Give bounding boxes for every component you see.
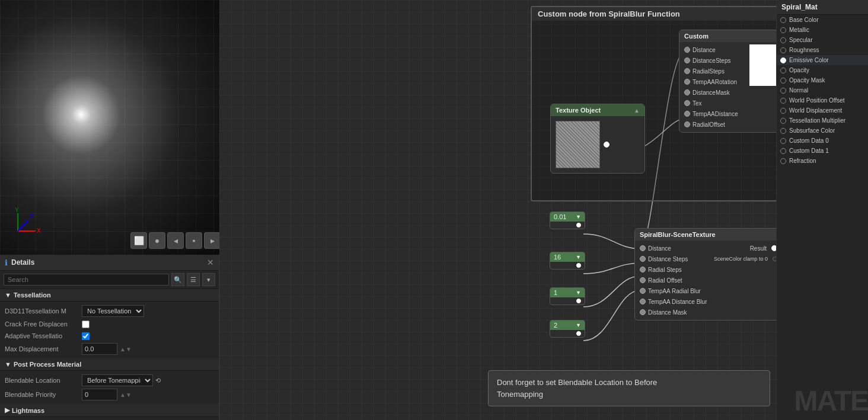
pin-distancemask-circle [684,89,690,95]
crack-free-checkbox[interactable] [82,320,90,328]
pin-tempaa-distance-circle [684,111,690,117]
spiral-in-tempaaradial [640,288,646,294]
pin-radialsteps-label: RadialSteps [693,68,725,75]
mat-pin-opacity-label: Opacity [789,67,809,73]
mat-pin-normal-circle [780,88,786,94]
spiral-radialoffset-label: Radial Offset [648,277,682,284]
material-pins-list: Base Color Metallic Specular Roughness E… [777,15,868,166]
details-panel: ℹ Details ✕ 🔍 ☰ ▾ ▼ Tessellation D3D11Te… [0,255,219,420]
svg-text:X: X [37,227,41,234]
mat-pin-subsurface-color-label: Subsurface Color [789,127,835,134]
pin-tempaarotation-label: TempAARotation [693,79,737,85]
mat-pin-refraction-circle [780,158,786,164]
mat-pin-subsurface-color: Subsurface Color [777,126,868,136]
search-button[interactable]: 🔍 [171,273,184,286]
filter-button[interactable]: ▾ [202,273,215,286]
post-process-section-header[interactable]: ▼ Post Process Material [0,358,219,371]
spiral-node[interactable]: SpiralBlur-SceneTexture Distance Result … [634,228,776,320]
mat-pin-world-displacement: World Displacement [777,105,868,116]
texture-node-body [551,116,644,173]
adaptive-checkbox[interactable] [82,332,90,340]
tool-btn-5[interactable]: ▸ [204,232,221,249]
spiral-pin-radialsteps: Radial Steps [635,264,776,275]
mat-pin-base-color-label: Base Color [789,17,818,23]
value-node-1[interactable]: 1 ▼ [550,287,585,305]
tessellation-collapse-arrow: ▼ [5,291,11,299]
pin-radialsteps-circle [684,68,690,74]
details-title: Details [11,258,34,267]
tool-btn-3[interactable]: ◂ [167,232,184,249]
lightmass-title: Lightmass [12,407,44,414]
value-node-2[interactable]: 2 ▼ [550,320,585,338]
custom-node[interactable]: Custom ▲ Distance DistanceSteps RadialSt… [679,30,776,133]
lightmass-section-header[interactable]: ▶ Lightmass [0,404,219,417]
max-displacement-input[interactable] [82,343,117,355]
canvas-area[interactable]: Custom node from SpiralBlur Function Cus… [219,0,776,420]
svg-line-2 [18,220,28,231]
value-16-arrow[interactable]: ▼ [576,254,581,260]
spiral-out-scenecolor [773,257,776,261]
tool-btn-2[interactable]: ● [149,232,165,249]
mat-pin-metallic: Metallic [777,25,868,35]
mat-pin-world-displacement-label: World Displacement [789,107,842,114]
spiral-pin-distance: Distance Result [635,243,776,254]
axes-indicator: X Y Z [12,207,42,237]
texture-node[interactable]: Texture Object ▲ [550,104,645,174]
d3d-tessellation-row: D3D11Tessellation M No Tessellation [0,304,219,318]
mat-pin-refraction: Refraction [777,156,868,166]
mat-pin-world-pos-offset-circle [780,98,786,104]
texture-node-arrow[interactable]: ▲ [634,107,640,114]
crack-free-label: Crack Free Displacen [5,320,82,328]
value-1-arrow[interactable]: ▼ [576,290,581,296]
tessellation-section-header[interactable]: ▼ Tessellation [0,289,219,302]
d3d-tessellation-dropdown[interactable]: No Tessellation [82,305,144,317]
value-node-0.01[interactable]: 0.01 ▼ [550,211,585,229]
mat-pin-custom-data-1: Custom Data 1 [777,146,868,156]
value-node-16-header: 16 ▼ [550,252,585,262]
spiral-pin-distancesteps: Distance Steps SceneColor clamp to 0 [635,254,776,264]
post-process-collapse-arrow: ▼ [5,361,11,368]
custom-node-title: Custom [684,33,709,40]
spiral-scenecolor-label: SceneColor clamp to 0 [714,256,768,262]
spiral-distancesteps-label: Distance Steps [648,256,688,262]
mat-pin-base-color: Base Color [777,15,868,25]
tool-btn-4[interactable]: ▪ [186,232,202,249]
blendable-priority-arrow: ▲▼ [120,392,132,398]
value-2-arrow[interactable]: ▼ [576,322,581,328]
view-list-button[interactable]: ☰ [187,273,200,286]
spiral-radialsteps-label: Radial Steps [648,267,682,273]
value-16-label: 16 [554,254,561,261]
mat-pin-emissive-color-circle [780,57,786,63]
blendable-location-extra[interactable]: ⟲ [155,377,161,384]
viewport: X Y Z ⬜ ● ◂ ▪ ▸ [0,0,219,255]
max-displacement-arrow: ▲▼ [120,346,132,352]
mat-pin-roughness-label: Roughness [789,47,819,53]
lightmass-collapse-arrow: ▶ [5,406,9,414]
mat-pin-specular: Specular [777,35,868,45]
details-close-button[interactable]: ✕ [207,258,214,267]
blendable-priority-input[interactable] [82,389,117,400]
mat-pin-base-color-circle [780,17,786,23]
mat-pin-opacity: Opacity [777,65,868,75]
spiral-pin-tempaadistance: TempAA Distance Blur [635,296,776,307]
mat-pin-roughness-circle [780,47,786,53]
spiral-node-body: Distance Result Distance Steps SceneColo… [635,241,776,320]
pin-tempaa-distance: TempAADistance [679,108,776,119]
pin-radial-offset-label: RadialOffset [693,121,725,128]
mat-pin-custom-data-1-label: Custom Data 1 [789,148,829,154]
pin-distancemask-label: DistanceMask [693,89,730,96]
texture-node-header: Texture Object ▲ [551,104,644,116]
search-input[interactable] [4,274,169,286]
pin-tex-label: Tex [693,100,702,107]
adaptive-tessellation-row: Adaptive Tessellatio [0,330,219,342]
custom-node-header: Custom ▲ [679,30,776,42]
value-node-16[interactable]: 16 ▼ [550,252,585,270]
mat-pin-opacity-circle [780,68,786,73]
tool-btn-1[interactable]: ⬜ [130,232,147,249]
blendable-location-dropdown[interactable]: Before Tonemapping [82,374,153,386]
mat-pin-tessellation-mult: Tessellation Multiplier [777,116,868,126]
spiral-out-result [771,245,776,251]
blendable-priority-row: Blendable Priority ▲▼ [0,387,219,402]
right-panel: Spiral_Mat Base Color Metallic Specular … [776,0,868,420]
value-0.01-arrow[interactable]: ▼ [576,214,581,220]
